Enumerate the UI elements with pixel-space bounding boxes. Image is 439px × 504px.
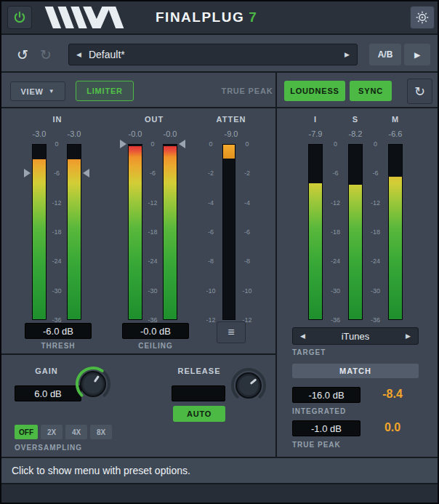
status-bar: Click to show menu with preset options. bbox=[1, 458, 438, 483]
integrated-label: INTEGRATED bbox=[292, 407, 346, 415]
gain-label: GAIN bbox=[17, 367, 76, 375]
divider bbox=[1, 107, 438, 108]
meter-mask bbox=[129, 145, 142, 146]
scale-tick: -24 bbox=[364, 257, 387, 265]
m-value: -6.6 bbox=[375, 129, 416, 138]
m-meter bbox=[388, 144, 403, 320]
ceiling-value-box[interactable]: -0.0 dB bbox=[122, 323, 189, 339]
s-meter bbox=[348, 144, 363, 320]
target-selector[interactable]: ◀ iTunes ▶ bbox=[292, 327, 419, 345]
true-peak-input[interactable]: -1.0 dB bbox=[292, 420, 361, 436]
preset-selector[interactable]: ◀ Default* ▶ bbox=[68, 44, 358, 65]
atten-scale-left: 0 -2 -4 -6 -8 -10 -12 bbox=[202, 144, 220, 320]
preset-play-button[interactable]: ▶ bbox=[404, 44, 430, 65]
preset-prev-icon[interactable]: ◀ bbox=[69, 51, 89, 58]
target-next-icon[interactable]: ▶ bbox=[398, 332, 418, 340]
undo-button[interactable]: ↺ bbox=[12, 44, 33, 65]
target-label: TARGET bbox=[292, 348, 326, 356]
divider bbox=[275, 71, 277, 458]
m-meter-label: M bbox=[375, 115, 416, 124]
scale-tick: -10 bbox=[238, 287, 256, 295]
integrated-readout: -8.4 bbox=[366, 385, 419, 403]
gain-value-box[interactable]: 6.0 dB bbox=[15, 385, 81, 401]
out-scale: 0 -6 -12 -18 -24 -30 -36 bbox=[142, 144, 163, 320]
scale-tick: -12 bbox=[364, 199, 387, 207]
caret-down-icon: ▼ bbox=[49, 88, 55, 95]
target-prev-icon[interactable]: ◀ bbox=[293, 332, 313, 340]
out-meter-left bbox=[128, 144, 142, 320]
target-value[interactable]: iTunes bbox=[313, 331, 398, 342]
view-button[interactable]: VIEW ▼ bbox=[10, 81, 65, 101]
scale-tick: -8 bbox=[238, 257, 256, 265]
ceiling-marker-left[interactable] bbox=[120, 140, 126, 148]
undo-icon: ↺ bbox=[17, 47, 28, 63]
redo-icon: ↻ bbox=[40, 47, 52, 63]
oversampling-8x-button[interactable]: 8X bbox=[90, 425, 112, 439]
thresh-marker-left[interactable] bbox=[24, 169, 31, 177]
thresh-marker-right[interactable] bbox=[83, 169, 89, 177]
ceiling-marker-right[interactable] bbox=[179, 140, 185, 148]
sync-button[interactable]: SYNC bbox=[350, 81, 392, 101]
out-value-right: -0.0 bbox=[157, 129, 183, 138]
loudness-button[interactable]: LOUDNESS bbox=[284, 81, 345, 101]
match-button[interactable]: MATCH bbox=[292, 364, 419, 378]
release-knob[interactable] bbox=[228, 365, 269, 406]
scale-tick: -6 bbox=[364, 169, 387, 177]
release-value-box[interactable] bbox=[172, 385, 225, 401]
settings-button[interactable] bbox=[410, 6, 435, 29]
power-button[interactable] bbox=[7, 6, 32, 29]
refresh-icon: ↻ bbox=[414, 84, 425, 100]
scale-tick: 0 bbox=[364, 140, 387, 148]
scale-tick: 0 bbox=[142, 140, 163, 148]
oversampling-4x-button[interactable]: 4X bbox=[65, 425, 87, 439]
meter-fill bbox=[164, 145, 177, 319]
out-meter-label: OUT bbox=[128, 115, 180, 124]
thresh-value-box[interactable]: -6.0 dB bbox=[25, 323, 92, 339]
scale-tick: -2 bbox=[202, 169, 220, 177]
scale-tick: -30 bbox=[142, 287, 163, 295]
true-peak-label: TRUE PEAK bbox=[292, 441, 341, 449]
ism-scale-2: 0 -6 -12 -18 -24 -30 -36 bbox=[364, 144, 387, 320]
header: FINALPLUG7 bbox=[1, 1, 438, 35]
bottom-bar bbox=[1, 484, 438, 503]
oversampling-off-button[interactable]: OFF bbox=[15, 425, 38, 439]
refresh-button[interactable]: ↻ bbox=[407, 79, 432, 104]
atten-scale-right: 0 -2 -4 -6 -8 -10 -12 bbox=[238, 144, 256, 320]
scale-tick: -18 bbox=[47, 228, 67, 236]
in-meter-label: IN bbox=[32, 115, 83, 124]
scale-tick: -18 bbox=[364, 228, 387, 236]
true-peak-readout: 0.0 bbox=[366, 419, 419, 436]
divider bbox=[1, 353, 275, 355]
preset-name[interactable]: Default* bbox=[89, 49, 337, 60]
scale-tick: -2 bbox=[238, 169, 256, 177]
scale-tick: -6 bbox=[324, 169, 347, 177]
scale-tick: -30 bbox=[47, 287, 67, 295]
scale-tick: -18 bbox=[142, 228, 163, 236]
atten-meter-label: ATTEN bbox=[204, 115, 259, 124]
scale-tick: 0 bbox=[47, 140, 67, 148]
preset-next-icon[interactable]: ▶ bbox=[337, 51, 357, 58]
meter-menu-button[interactable]: ≡ bbox=[217, 321, 246, 343]
thresh-label: THRESH bbox=[25, 342, 92, 350]
limiter-button[interactable]: LIMITER bbox=[76, 81, 134, 101]
in-value-right: -3.0 bbox=[61, 129, 87, 138]
true-peak-button[interactable]: TRUE PEAK bbox=[217, 81, 278, 101]
meter-mask bbox=[68, 145, 81, 159]
out-meter-right bbox=[163, 144, 177, 320]
auto-release-button[interactable]: AUTO bbox=[173, 406, 225, 422]
oversampling-2x-button[interactable]: 2X bbox=[41, 425, 63, 439]
integrated-input[interactable]: -16.0 dB bbox=[292, 387, 361, 403]
play-icon: ▶ bbox=[414, 51, 420, 59]
gain-knob[interactable] bbox=[73, 364, 113, 404]
atten-value: -9.0 bbox=[204, 129, 259, 138]
meter-fill bbox=[68, 145, 81, 319]
in-meter-left bbox=[32, 144, 47, 320]
i-meter-label: I bbox=[295, 115, 336, 124]
scale-tick: -30 bbox=[364, 287, 387, 295]
gear-icon bbox=[415, 10, 430, 25]
s-value: -8.2 bbox=[335, 129, 376, 138]
ab-button[interactable]: A/B bbox=[369, 44, 401, 65]
view-label: VIEW bbox=[20, 87, 43, 96]
title-version: 7 bbox=[249, 9, 257, 25]
redo-button[interactable]: ↻ bbox=[35, 44, 57, 65]
